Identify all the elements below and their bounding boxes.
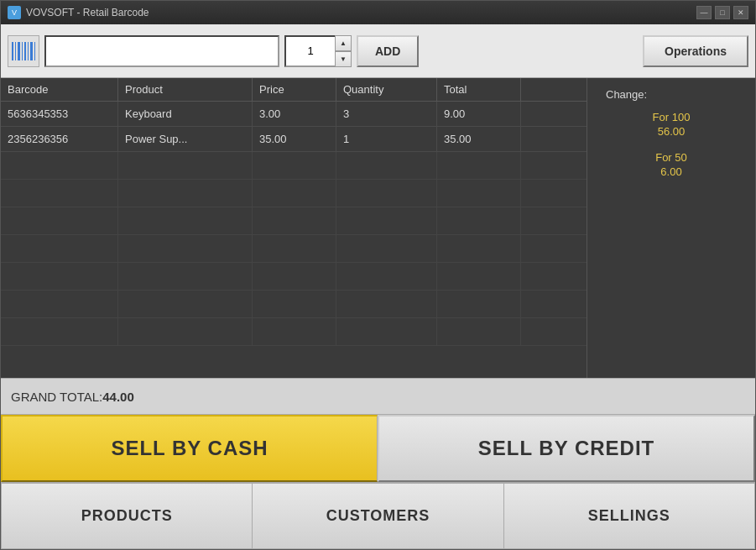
svg-rect-5 (28, 42, 29, 60)
empty-cell (253, 318, 336, 345)
table-area: Barcode Product Price Quantity Total 563… (1, 78, 587, 378)
empty-cell (336, 291, 437, 317)
table-empty-row (1, 235, 587, 263)
change-label: Change: (606, 88, 647, 101)
empty-cell (437, 291, 521, 317)
toolbar: ▲ ▼ ADD Operations (1, 24, 755, 78)
table-body: 5636345353 Keyboard 3.00 3 9.00 23562363… (1, 102, 587, 378)
sell-credit-button[interactable]: SELL BY CREDIT (378, 415, 755, 482)
title-bar-left: V VOVSOFT - Retail Barcode (8, 6, 149, 19)
barcode-icon-box (8, 35, 39, 67)
empty-cell (336, 180, 437, 207)
table-empty-row (1, 207, 587, 235)
cell-barcode-2: 2356236356 (1, 127, 118, 151)
table-empty-row (1, 180, 587, 207)
cell-total-1: 9.00 (437, 102, 521, 126)
sell-cash-button[interactable]: SELL BY CASH (1, 415, 378, 482)
app-icon: V (8, 6, 21, 19)
empty-cell (437, 235, 521, 262)
col-header-barcode: Barcode (1, 78, 118, 101)
close-button[interactable]: ✕ (733, 6, 748, 19)
col-header-price: Price (253, 78, 336, 101)
add-button[interactable]: ADD (357, 35, 419, 67)
svg-rect-6 (30, 42, 33, 60)
change-for-1: For 100 (653, 111, 691, 123)
empty-cell (336, 318, 437, 345)
empty-cell (1, 291, 118, 317)
empty-cell (1, 180, 118, 207)
empty-cell (253, 291, 336, 317)
cell-product-2: Power Sup... (118, 127, 253, 151)
empty-cell (437, 263, 521, 290)
empty-cell (253, 235, 336, 262)
window-title: VOVSOFT - Retail Barcode (26, 7, 149, 18)
svg-rect-4 (24, 42, 26, 60)
title-bar: V VOVSOFT - Retail Barcode — □ ✕ (1, 1, 755, 24)
table-empty-row (1, 318, 587, 346)
empty-cell (336, 152, 437, 179)
change-amount-2: 6.00 (655, 165, 687, 178)
change-amount-1: 56.00 (653, 125, 691, 138)
cell-product-1: Keyboard (118, 102, 253, 126)
empty-cell (1, 207, 118, 234)
cell-price-1: 3.00 (253, 102, 336, 126)
change-entry-1: For 100 56.00 (653, 111, 691, 138)
empty-cell (336, 263, 437, 290)
empty-cell (1, 235, 118, 262)
table-row[interactable]: 2356236356 Power Sup... 35.00 1 35.00 (1, 127, 587, 152)
empty-cell (118, 180, 253, 207)
empty-cell (118, 291, 253, 317)
table-empty-row (1, 152, 587, 180)
empty-cell (118, 263, 253, 290)
svg-rect-1 (15, 42, 16, 60)
quantity-down-button[interactable]: ▼ (335, 51, 352, 67)
cell-price-2: 35.00 (253, 127, 336, 151)
bottom-buttons: SELL BY CASH SELL BY CREDIT PRODUCTS CUS… (1, 415, 755, 549)
empty-cell (437, 318, 521, 345)
empty-cell (437, 180, 521, 207)
change-entry-2: For 50 6.00 (655, 151, 687, 178)
svg-rect-7 (34, 42, 35, 60)
empty-cell (118, 235, 253, 262)
svg-rect-3 (22, 42, 23, 60)
empty-cell (336, 207, 437, 234)
empty-cell (253, 152, 336, 179)
table-header: Barcode Product Price Quantity Total (1, 78, 587, 102)
empty-cell (118, 207, 253, 234)
main-area: Barcode Product Price Quantity Total 563… (1, 78, 755, 378)
empty-cell (336, 235, 437, 262)
cell-total-2: 35.00 (437, 127, 521, 151)
barcode-icon (12, 39, 35, 63)
maximize-button[interactable]: □ (715, 6, 730, 19)
empty-cell (118, 318, 253, 345)
barcode-input[interactable] (44, 35, 279, 67)
empty-cell (1, 263, 118, 290)
status-bar: GRAND TOTAL: 44.00 (1, 378, 755, 415)
change-for-2: For 50 (655, 151, 687, 164)
empty-cell (1, 318, 118, 345)
svg-rect-0 (12, 42, 13, 60)
customers-button[interactable]: CUSTOMERS (253, 483, 503, 549)
col-header-total: Total (437, 78, 521, 101)
minimize-button[interactable]: — (696, 6, 712, 19)
empty-cell (253, 263, 336, 290)
cell-quantity-1: 3 (336, 102, 437, 126)
grand-total-value: 44.00 (102, 390, 134, 404)
quantity-container: ▲ ▼ (284, 35, 352, 67)
title-bar-controls: — □ ✕ (696, 6, 748, 19)
operations-button[interactable]: Operations (643, 35, 748, 67)
quantity-input[interactable] (284, 35, 335, 67)
cell-quantity-2: 1 (336, 127, 437, 151)
svg-rect-2 (18, 42, 20, 60)
sellings-button[interactable]: SELLINGS (504, 483, 755, 549)
nav-row: PRODUCTS CUSTOMERS SELLINGS (1, 482, 755, 549)
empty-cell (1, 152, 118, 179)
quantity-up-button[interactable]: ▲ (335, 35, 352, 51)
table-row[interactable]: 5636345353 Keyboard 3.00 3 9.00 (1, 102, 587, 127)
empty-cell (437, 152, 521, 179)
empty-cell (253, 180, 336, 207)
products-button[interactable]: PRODUCTS (1, 483, 253, 549)
table-empty-row (1, 263, 587, 291)
empty-cell (118, 152, 253, 179)
table-empty-row (1, 291, 587, 318)
